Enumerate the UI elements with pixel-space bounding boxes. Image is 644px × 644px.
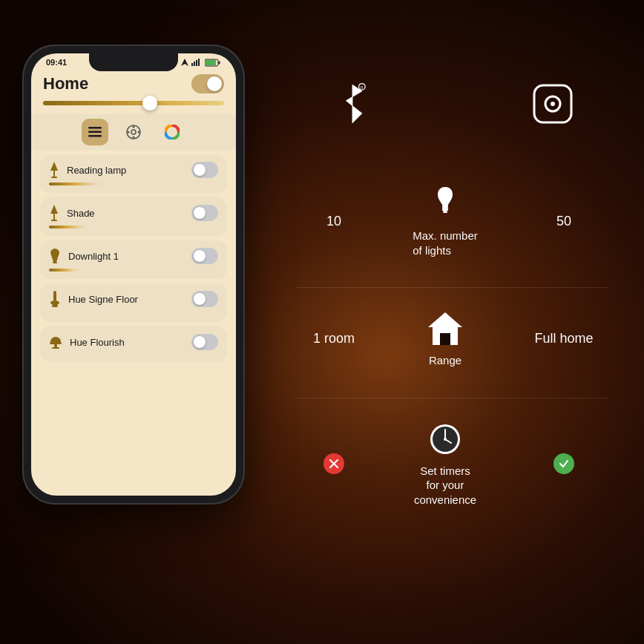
range-right-label: Full home <box>534 331 594 346</box>
svg-marker-0 <box>181 59 188 66</box>
svg-rect-9 <box>88 131 102 134</box>
device-item-reading-lamp[interactable]: Reading lamp <box>40 154 227 193</box>
range-center: Range <box>356 310 534 368</box>
range-label: Range <box>429 353 461 368</box>
lights-label: Max. number of lights <box>413 229 478 257</box>
tab-bar <box>31 114 236 150</box>
device-name-shade: Shade <box>67 208 95 219</box>
brightness-track[interactable] <box>43 101 224 105</box>
lights-icon <box>427 185 464 223</box>
svg-rect-20 <box>53 214 55 220</box>
tab-colors[interactable] <box>159 119 185 145</box>
svg-rect-36 <box>443 211 447 213</box>
timers-label: Set timers for your convenience <box>414 464 476 507</box>
device-toggle-shade[interactable] <box>191 205 218 221</box>
device-name-flourish: Hue Flourish <box>70 337 125 348</box>
lamp-icon-reading <box>49 162 59 178</box>
svg-rect-28 <box>52 347 59 349</box>
svg-rect-3 <box>196 60 197 66</box>
status-time: 09:41 <box>46 58 67 67</box>
svg-rect-34 <box>442 205 448 208</box>
svg-rect-1 <box>191 63 193 66</box>
timers-label-line3: convenience <box>414 493 476 506</box>
range-left-label: 1 room <box>312 331 356 346</box>
top-icons-row: R <box>297 59 608 148</box>
lights-min-value: 10 <box>312 214 356 229</box>
timers-cross <box>312 453 356 474</box>
lights-center: Max. number of lights <box>356 185 534 257</box>
timers-center: Set timers for your convenience <box>356 421 534 507</box>
device-toggle-downlight[interactable] <box>191 248 218 264</box>
svg-point-14 <box>133 137 135 139</box>
battery-icon <box>205 59 221 67</box>
svg-rect-27 <box>54 344 57 347</box>
device-toggle-flourish[interactable] <box>191 334 218 350</box>
divider-1 <box>297 287 608 288</box>
home-header: Home <box>31 68 236 98</box>
house-icon <box>427 311 464 346</box>
svg-rect-7 <box>206 60 216 65</box>
lamp-icon-signe <box>49 291 61 307</box>
svg-rect-8 <box>88 127 102 129</box>
lights-feature-row: 10 Max. number of lights 50 <box>297 171 608 272</box>
status-icons <box>181 59 221 67</box>
cross-icon <box>323 453 344 474</box>
bluetooth-icon-container: R <box>326 74 378 134</box>
timers-label-line2: for your <box>427 479 464 491</box>
device-name-downlight: Downlight 1 <box>68 251 119 262</box>
lights-max-value: 50 <box>534 214 594 229</box>
svg-rect-4 <box>198 59 200 66</box>
svg-rect-21 <box>51 220 57 221</box>
svg-rect-10 <box>88 135 102 137</box>
phone-screen: 09:41 <box>31 53 236 496</box>
svg-point-13 <box>133 126 135 128</box>
svg-rect-25 <box>52 304 58 307</box>
svg-rect-38 <box>440 333 450 345</box>
phone-frame: 09:41 <box>22 45 245 505</box>
lamp-icon-flourish <box>49 335 62 349</box>
svg-point-12 <box>131 130 136 134</box>
tab-list[interactable] <box>82 119 108 145</box>
phone-notch <box>89 53 178 71</box>
svg-rect-18 <box>53 171 55 177</box>
range-feature-row: 1 room Range Full home <box>297 295 608 383</box>
device-list: Reading lamp <box>31 150 236 367</box>
device-item-shade[interactable]: Shade <box>40 197 227 236</box>
svg-rect-2 <box>194 62 195 66</box>
lamp-icon-shade <box>49 205 59 221</box>
divider-2 <box>297 398 608 398</box>
checkmark-icon <box>559 459 569 469</box>
brightness-slider-container <box>31 98 236 114</box>
svg-rect-35 <box>442 208 448 211</box>
device-toggle-reading-lamp[interactable] <box>191 162 218 178</box>
timers-label-line1: Set timers <box>420 464 470 477</box>
timers-icon <box>427 421 464 458</box>
device-item-downlight[interactable]: Downlight 1 <box>40 240 227 279</box>
device-name-signe: Hue Signe Floor <box>68 294 138 305</box>
settings-icon <box>126 125 141 139</box>
signal-icon <box>191 59 202 66</box>
timers-feature-row: Set timers for your convenience <box>297 406 608 522</box>
check-icon <box>553 453 574 474</box>
tab-settings[interactable] <box>120 119 147 145</box>
clock-icon <box>428 422 462 456</box>
features-panel: R 10 Max. number <box>297 59 608 623</box>
device-toggle-signe[interactable] <box>191 291 218 307</box>
bluetooth-icon: R <box>334 82 371 126</box>
phone-mockup: 09:41 <box>22 45 275 623</box>
brightness-thumb[interactable] <box>142 96 157 111</box>
lights-label-line1: Max. number <box>413 229 478 242</box>
bridge-icon-container <box>527 78 579 130</box>
timers-check <box>534 453 594 474</box>
lamp-icon-downlight <box>49 249 61 263</box>
svg-point-15 <box>128 131 130 134</box>
bulb-icon <box>435 185 456 223</box>
home-toggle[interactable] <box>191 74 224 93</box>
device-item-signe[interactable]: Hue Signe Floor <box>40 283 227 322</box>
svg-point-33 <box>551 102 555 106</box>
device-brightness-reading-lamp <box>49 183 108 185</box>
svg-rect-26 <box>50 342 62 344</box>
home-title: Home <box>43 74 88 93</box>
device-item-flourish[interactable]: Hue Flourish <box>40 326 227 362</box>
location-icon <box>181 59 188 66</box>
